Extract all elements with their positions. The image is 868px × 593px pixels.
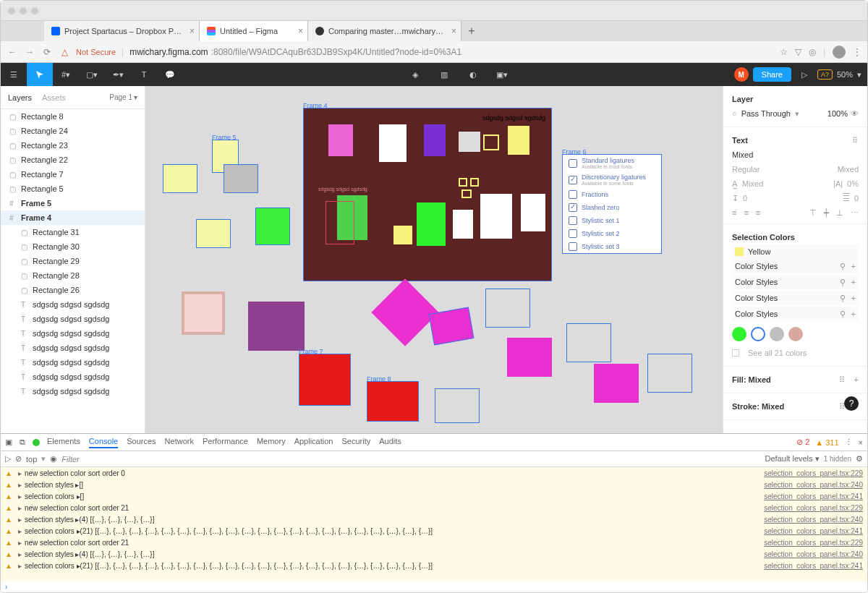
main-menu-button[interactable]: ☰	[1, 63, 27, 86]
back-icon[interactable]: ←	[7, 47, 18, 57]
layer-row[interactable]: #Frame 5	[1, 196, 145, 210]
devtools-tab-performance[interactable]: Performance	[203, 437, 248, 448]
contrast-icon[interactable]: ◐	[460, 63, 486, 86]
shape[interactable]	[647, 354, 692, 393]
blend-icon[interactable]: ○	[732, 109, 737, 118]
color-circle[interactable]	[751, 327, 765, 341]
move-tool[interactable]	[27, 63, 53, 86]
add-icon[interactable]: +	[851, 294, 856, 303]
zoom-level[interactable]: 50%	[837, 70, 853, 79]
shape[interactable]	[566, 323, 611, 362]
align-left-icon[interactable]: ≡	[732, 208, 736, 218]
color-circle[interactable]	[770, 327, 784, 341]
shape[interactable]	[371, 278, 438, 346]
add-icon[interactable]: +	[851, 310, 856, 319]
font-size[interactable]: Mixed	[838, 165, 859, 174]
clear-icon[interactable]: ⊘	[15, 454, 22, 464]
valign-bottom-icon[interactable]: ⊥	[836, 208, 843, 218]
layer-row[interactable]: ▢Rectangle 31	[1, 225, 145, 239]
browser-tab-2[interactable]: Comparing master…mwichary… ×	[308, 21, 461, 41]
source-link[interactable]: selection_colors_panel.tsx:240	[764, 516, 863, 524]
shape[interactable]	[429, 307, 475, 345]
color-styles-row[interactable]: Color Styles⚲+	[732, 259, 859, 273]
shape[interactable]	[459, 132, 480, 152]
comment-tool[interactable]: 💬	[157, 63, 183, 86]
devtools-tab-memory[interactable]: Memory	[257, 437, 286, 448]
mask-icon[interactable]: ▥	[431, 63, 457, 86]
checkbox[interactable]	[732, 349, 739, 357]
source-link[interactable]: selection_colors_panel.tsx:229	[764, 539, 863, 547]
frame-6[interactable]: Standard ligaturesAvailable in most font…	[562, 154, 662, 254]
eye-icon[interactable]: 👁	[851, 109, 859, 118]
devtools-tab-application[interactable]: Application	[294, 437, 333, 448]
font-family[interactable]: Mixed	[732, 148, 859, 162]
chevron-down-icon[interactable]: ▾	[795, 109, 799, 119]
gear-icon[interactable]: ⚙	[856, 454, 863, 464]
layer-row[interactable]: Tsdgsdg sdgsd sgdsdg	[1, 297, 145, 312]
shape[interactable]	[182, 291, 225, 335]
opacity-value[interactable]: 100%	[827, 109, 848, 118]
source-link[interactable]: selection_colors_panel.tsx:240	[764, 481, 863, 489]
layer-row[interactable]: ▢Rectangle 23	[1, 138, 145, 153]
layer-row[interactable]: Tsdgsdg sdgsd sgdsdg	[1, 326, 145, 341]
boolean-icon[interactable]: ▣▾	[489, 63, 515, 86]
shape[interactable]	[483, 135, 499, 150]
checkbox[interactable]	[569, 242, 577, 251]
help-button[interactable]: ?	[844, 396, 859, 411]
layer-row[interactable]: ▢Rectangle 22	[1, 153, 145, 167]
shape[interactable]	[255, 208, 290, 245]
checkbox[interactable]	[569, 190, 577, 199]
close-icon[interactable]: ×	[298, 26, 303, 36]
frame-tool[interactable]: #▾	[53, 63, 79, 86]
shape[interactable]	[367, 381, 419, 422]
layer-row[interactable]: ▢Rectangle 26	[1, 283, 145, 297]
shape[interactable]	[424, 124, 446, 156]
traffic-light-close[interactable]	[8, 7, 15, 14]
color-styles-row[interactable]: Color Styles⚲+	[732, 307, 859, 321]
layer-row[interactable]: Tsdgsdg sdgsd sgdsdg	[1, 370, 145, 384]
layer-row[interactable]: ▢Rectangle 8	[1, 109, 145, 124]
forward-icon[interactable]: →	[24, 47, 35, 57]
context-select[interactable]: top	[26, 455, 37, 464]
tab-layers[interactable]: Layers	[8, 93, 42, 102]
play-icon[interactable]: ▷	[5, 454, 11, 464]
frame-4[interactable]: sdgsdg sdgsd sgdsdg sdgsdg sdgsd sgdsdg	[303, 108, 552, 281]
shape[interactable]	[326, 201, 354, 244]
shape[interactable]	[470, 178, 479, 187]
close-icon[interactable]: ×	[190, 26, 195, 36]
shape[interactable]	[417, 202, 446, 246]
color-circle[interactable]	[788, 327, 803, 341]
green-dot-icon[interactable]	[33, 439, 40, 446]
layer-row[interactable]: Tsdgsdg sdgsd sgdsdg	[1, 384, 145, 398]
layer-row[interactable]: ▢Rectangle 7	[1, 167, 145, 182]
filter-input[interactable]: Filter	[61, 455, 760, 464]
browser-tab-1[interactable]: Untitled – Figma ×	[200, 21, 308, 41]
url-input[interactable]: mwichary.figma.com :8080/file/W9AtDCAquB…	[129, 47, 774, 57]
console-prompt[interactable]: ›	[1, 581, 867, 592]
shape[interactable]	[435, 388, 480, 423]
text-tool[interactable]: T	[131, 63, 157, 86]
browser-tab-0[interactable]: Project Spartacus – Dropbox P… ×	[44, 21, 200, 41]
color-circle[interactable]	[732, 327, 746, 341]
shape[interactable]	[224, 164, 258, 193]
shape[interactable]	[594, 364, 639, 403]
layer-row[interactable]: ▢Rectangle 24	[1, 124, 145, 138]
shape[interactable]	[328, 124, 353, 156]
levels-select[interactable]: Default levels ▾	[765, 454, 820, 464]
devtools-tab-console[interactable]: Console	[89, 437, 118, 448]
color-swatch[interactable]	[735, 247, 744, 256]
shape-tool[interactable]: ▢▾	[79, 63, 105, 86]
traffic-light-max[interactable]	[31, 7, 38, 14]
layer-row[interactable]: ▢Rectangle 30	[1, 239, 145, 254]
devtools-tab-security[interactable]: Security	[341, 437, 370, 448]
sliders-icon[interactable]: ⚲	[840, 262, 846, 271]
chevron-down-icon[interactable]: ▾	[857, 70, 861, 80]
source-link[interactable]: selection_colors_panel.tsx:241	[764, 527, 863, 535]
shape[interactable]	[248, 302, 305, 351]
styles-icon[interactable]: ⠿	[839, 375, 846, 385]
devtools-tab-elements[interactable]: Elements	[47, 437, 80, 448]
sliders-icon[interactable]: ⚲	[840, 310, 846, 319]
filter-toggle-icon[interactable]: ◉	[50, 454, 57, 464]
new-tab-button[interactable]: +	[461, 21, 482, 41]
shape[interactable]	[459, 178, 467, 187]
